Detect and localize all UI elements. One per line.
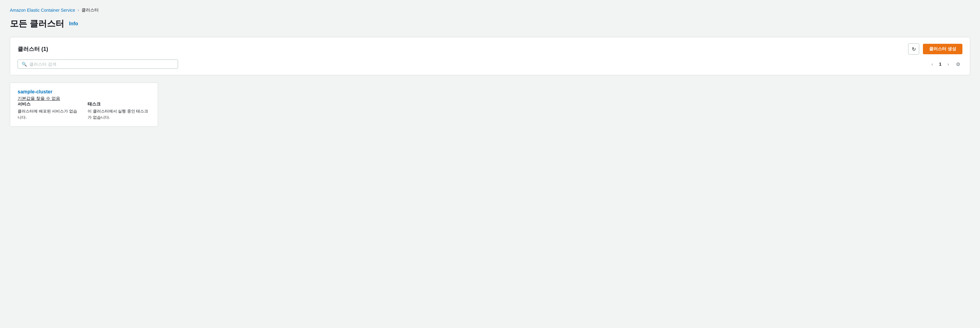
cluster-name-link[interactable]: sample-cluster	[18, 89, 150, 95]
task-label: 태스크	[88, 101, 150, 107]
info-link[interactable]: Info	[69, 21, 78, 27]
panel-actions: ↻ 클러스터 생성	[908, 43, 963, 55]
service-value: 클러스터에 배포된 서비스가 없습니다.	[18, 108, 80, 120]
create-cluster-button[interactable]: 클러스터 생성	[923, 44, 963, 54]
pagination-row: ‹ 1 › ⚙	[928, 60, 963, 68]
breadcrumb-current: 클러스터	[81, 7, 99, 13]
search-input[interactable]	[29, 62, 174, 67]
cluster-card: sample-cluster 기본값을 찾을 수 없음 서비스 클러스터에 배포…	[10, 82, 158, 127]
breadcrumb-separator: ›	[78, 8, 79, 12]
task-value: 이 클러스터에서 실행 중인 태스크가 없습니다.	[88, 108, 150, 120]
clusters-panel: 클러스터 (1) ↻ 클러스터 생성 🔍 ‹ 1 › ⚙	[10, 37, 970, 75]
search-icon: 🔍	[22, 62, 27, 67]
cluster-error: 기본값을 찾을 수 없음	[18, 96, 60, 101]
refresh-icon: ↻	[912, 46, 916, 52]
pagination-next-button[interactable]: ›	[944, 60, 953, 68]
search-container: 🔍	[18, 60, 178, 69]
service-label: 서비스	[18, 101, 80, 107]
task-info: 태스크 이 클러스터에서 실행 중인 태스크가 없습니다.	[88, 101, 150, 120]
panel-header: 클러스터 (1) ↻ 클러스터 생성	[18, 43, 963, 55]
pagination-current: 1	[938, 62, 943, 67]
breadcrumb: Amazon Elastic Container Service › 클러스터	[10, 7, 970, 13]
panel-title: 클러스터 (1)	[18, 45, 48, 53]
page-title: 모든 클러스터	[10, 18, 64, 30]
pagination-prev-button[interactable]: ‹	[928, 60, 937, 68]
page-header: 모든 클러스터 Info	[10, 18, 970, 30]
settings-icon: ⚙	[956, 61, 960, 67]
settings-icon-button[interactable]: ⚙	[954, 60, 963, 68]
service-info: 서비스 클러스터에 배포된 서비스가 없습니다.	[18, 101, 80, 120]
breadcrumb-service-link[interactable]: Amazon Elastic Container Service	[10, 8, 75, 13]
search-pagination-wrapper: 🔍 ‹ 1 › ⚙	[18, 60, 963, 69]
refresh-button[interactable]: ↻	[908, 43, 919, 55]
cluster-info-grid: 서비스 클러스터에 배포된 서비스가 없습니다. 태스크 이 클러스터에서 실행…	[18, 101, 150, 120]
